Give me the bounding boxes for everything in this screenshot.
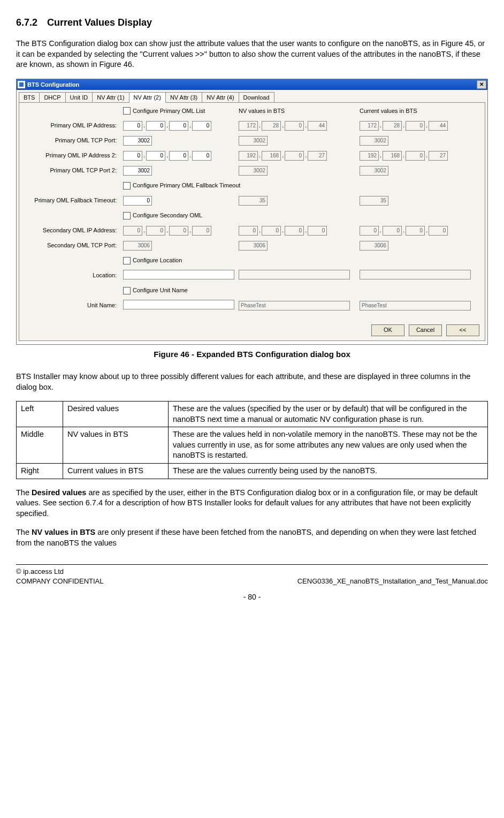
paragraph-1: The BTS Configuration dialog box can sho… [16,39,488,70]
checkbox-icon[interactable] [123,107,131,115]
primary-port2-current: 3002 [360,166,388,176]
tab-nvattr2[interactable]: NV Attr (2) [129,92,166,103]
close-icon[interactable]: ✕ [477,80,486,89]
secondary-ip-left[interactable]: 0. 0. 0. 0 [123,226,235,236]
tab-nvattr4[interactable]: NV Attr (4) [202,92,239,103]
check-secondary[interactable]: Configure Secondary OML [123,211,235,219]
label-primary-port2: Primary OML TCP Port 2: [22,166,120,175]
secondary-port-nv: 3006 [239,241,268,251]
fallback-left[interactable]: 0 [123,196,152,206]
check-primary-oml-label: Configure Primary OML List [133,107,205,115]
check-secondary-label: Configure Secondary OML [133,211,202,219]
check-fallback[interactable]: Configure Primary OML Fallback Timeout [123,181,477,190]
label-location: Location: [22,271,120,279]
fallback-nv: 35 [239,196,268,206]
check-location-label: Configure Location [133,256,182,264]
label-primary-ip: Primary OML IP Address: [22,122,120,130]
cell: Middle [17,427,63,464]
check-unitname-label: Configure Unit Name [133,286,188,294]
label-unitname: Unit Name: [22,301,120,309]
col-header-current: Current values in BTS [360,107,477,115]
app-icon [18,81,25,88]
primary-ip2-current: 192. 168. 0. 27 [360,151,477,161]
unitname-nv: PhaseTest [239,301,350,310]
table-row: Right Current values in BTS These are th… [17,464,488,479]
cell: These are the values held in non-volatil… [169,427,488,464]
svg-rect-0 [19,82,24,87]
location-left[interactable] [123,270,234,279]
secondary-port-current: 3006 [360,241,388,251]
primary-port-nv: 3002 [239,136,268,146]
checkbox-icon[interactable] [123,182,131,190]
footer-docname: CENG0336_XE_nanoBTS_Installation_and_Tes… [297,577,488,586]
unitname-left[interactable] [123,300,234,309]
label-secondary-ip: Secondary OML IP Address: [22,226,120,234]
window-title: BTS Configuration [27,81,79,89]
primary-ip2-nv: 192. 168. 0. 27 [239,151,356,161]
col-header-nv: NV values in BTS [239,107,356,115]
location-nv [239,270,350,279]
primary-ip-left[interactable]: 0. 0. 0. 0 [123,121,235,131]
paragraph-4: The NV values in BTS are only present if… [16,527,488,548]
primary-port2-nv: 3002 [239,166,268,176]
tab-unitid[interactable]: Unit ID [65,92,93,103]
location-current [360,270,471,279]
tab-nvattr3[interactable]: NV Attr (3) [165,92,202,103]
paragraph-3: The Desired values are as specified by t… [16,488,488,519]
label-primary-ip2: Primary OML IP Address 2: [22,152,120,160]
table-row: Middle NV values in BTS These are the va… [17,427,488,464]
figure-caption: Figure 46 - Expanded BTS Configuration d… [16,349,488,360]
tab-nvattr1[interactable]: NV Attr (1) [92,92,129,103]
paragraph-2: BTS Installer may know about up to three… [16,372,488,392]
primary-ip2-left[interactable]: 0. 0. 0. 0 [123,151,235,161]
cell: Left [17,402,63,427]
cancel-button[interactable]: Cancel [409,324,442,336]
label-fallback: Primary OML Fallback Timeout: [22,196,120,205]
secondary-port-left[interactable]: 3006 [123,241,152,251]
tab-download[interactable]: Download [239,92,274,103]
tab-dhcp[interactable]: DHCP [39,92,65,103]
section-title: Current Values Display [47,17,152,28]
footer-copyright: © ip.access Ltd [16,567,488,577]
primary-ip-current: 172. 28. 0. 44 [360,121,477,131]
check-location[interactable]: Configure Location [123,256,235,264]
section-heading: 6.7.2Current Values Display [16,16,488,29]
label-primary-port: Primary OML TCP Port: [22,137,120,145]
tab-panel: Configure Primary OML List NV values in … [19,102,485,341]
collapse-button[interactable]: << [446,324,479,336]
unitname-current: PhaseTest [360,301,471,310]
page-number: - 80 - [16,592,488,602]
primary-port2-left[interactable]: 3002 [123,166,152,176]
label-secondary-port: Secondary OML TCP Port: [22,241,120,249]
tab-bts[interactable]: BTS [19,92,40,103]
cell: Desired values [63,402,169,427]
cell: These are the values currently being use… [169,464,488,479]
secondary-ip-nv: 0. 0. 0. 0 [239,226,356,236]
checkbox-icon[interactable] [123,212,131,219]
titlebar: BTS Configuration ✕ [17,79,487,90]
check-fallback-label: Configure Primary OML Fallback Timeout [133,181,240,190]
table-row: Left Desired values These are the values… [17,402,488,427]
cell: These are the values (specified by the u… [169,402,488,427]
cell: NV values in BTS [63,427,169,464]
primary-ip-nv: 172. 28. 0. 44 [239,121,356,131]
secondary-ip-current: 0. 0. 0. 0 [360,226,477,236]
tab-strip: BTS DHCP Unit ID NV Attr (1) NV Attr (2)… [17,90,487,102]
primary-port-current: 3002 [360,136,388,146]
checkbox-icon[interactable] [123,287,131,294]
section-number: 6.7.2 [16,17,37,28]
check-primary-oml[interactable]: Configure Primary OML List [123,107,235,115]
cell: Current values in BTS [63,464,169,479]
bts-config-dialog: BTS Configuration ✕ BTS DHCP Unit ID NV … [16,79,488,345]
check-unitname[interactable]: Configure Unit Name [123,286,235,294]
cell: Right [17,464,63,479]
fallback-current: 35 [360,196,388,206]
primary-port-left[interactable]: 3002 [123,136,152,146]
ok-button[interactable]: OK [371,324,404,336]
page-footer: © ip.access Ltd COMPANY CONFIDENTIAL CEN… [16,564,488,602]
footer-confidential: COMPANY CONFIDENTIAL [16,577,103,586]
checkbox-icon[interactable] [123,257,131,264]
columns-description-table: Left Desired values These are the values… [16,401,488,479]
